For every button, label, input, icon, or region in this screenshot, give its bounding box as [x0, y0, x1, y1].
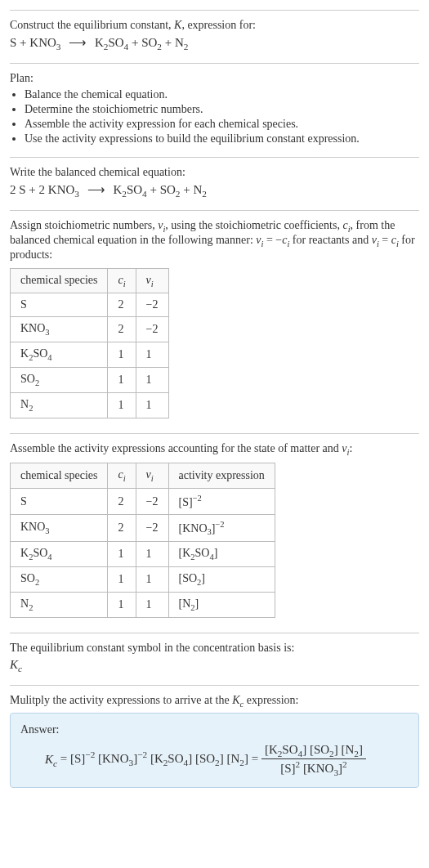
table-header-row: chemical species ci νi activity expressi…: [11, 463, 275, 489]
plan-item: Balance the chemical equation.: [25, 88, 419, 101]
cell-ci: 1: [108, 342, 136, 368]
table-row: SO211: [11, 367, 169, 392]
fraction-numerator: [K2SO4] [SO2] [N2]: [261, 743, 366, 759]
symbol-kc: Kc: [10, 658, 419, 673]
cell-vi: −2: [136, 489, 168, 515]
cell-species: KNO3: [11, 317, 108, 342]
unbalanced-equation: S + KNO3 ⟶ K2SO4 + SO2 + N2: [10, 35, 419, 51]
cell-activity: [K2SO4]: [168, 542, 275, 567]
table-row: SO211[SO2]: [11, 567, 275, 593]
cell-species: K2SO4: [11, 542, 108, 567]
kc-expression: Kc = [S]−2 [KNO3]−2 [K2SO4] [SO2] [N2] =…: [20, 743, 409, 777]
table-row: K2SO411[K2SO4]: [11, 542, 275, 567]
col-species: chemical species: [11, 463, 108, 489]
activity-text: Assemble the activity expressions accoun…: [10, 442, 419, 457]
answer-label: Answer:: [20, 723, 409, 736]
cell-vi: 1: [136, 542, 168, 567]
activity-section: Assemble the activity expressions accoun…: [10, 433, 419, 633]
table-row: N211: [11, 392, 169, 418]
cell-species: KNO3: [11, 514, 108, 541]
cell-vi: −2: [136, 514, 168, 541]
balanced-section: Write the balanced chemical equation: 2 …: [10, 157, 419, 210]
cell-species: S: [11, 293, 108, 317]
intro-line: Construct the equilibrium constant, K, e…: [10, 19, 419, 32]
col-vi: νi: [136, 268, 168, 293]
cell-ci: 2: [108, 317, 136, 342]
cell-activity: [N2]: [168, 592, 275, 617]
col-species: chemical species: [11, 268, 108, 293]
cell-ci: 1: [108, 367, 136, 392]
cell-ci: 2: [108, 489, 136, 515]
cell-species: SO2: [11, 367, 108, 392]
plan-section: Plan: Balance the chemical equation. Det…: [10, 63, 419, 157]
intro-section: Construct the equilibrium constant, K, e…: [10, 10, 419, 63]
cell-vi: 1: [136, 592, 168, 617]
balanced-heading: Write the balanced chemical equation:: [10, 166, 419, 179]
table-row: S2−2[S]−2: [11, 489, 275, 515]
final-section: Mulitply the activity expressions to arr…: [10, 685, 419, 797]
plan-list: Balance the chemical equation. Determine…: [10, 88, 419, 145]
balanced-equation: 2 S + 2 KNO3 ⟶ K2SO4 + SO2 + N2: [10, 182, 419, 199]
cell-ci: 1: [108, 392, 136, 418]
cell-species: K2SO4: [11, 342, 108, 368]
plan-item: Determine the stoichiometric numbers.: [25, 103, 419, 116]
col-ci: ci: [108, 463, 136, 489]
plan-item: Assemble the activity expression for eac…: [25, 118, 419, 131]
cell-species: S: [11, 489, 108, 515]
symbol-text: The equilibrium constant symbol in the c…: [10, 642, 419, 655]
table-header-row: chemical species ci νi: [11, 268, 169, 293]
stoich-table: chemical species ci νi S2−2 KNO32−2 K2SO…: [10, 268, 169, 418]
cell-activity: [SO2]: [168, 567, 275, 593]
table-row: KNO32−2: [11, 317, 169, 342]
cell-ci: 2: [108, 514, 136, 541]
cell-vi: 1: [136, 342, 168, 368]
col-ci: ci: [108, 268, 136, 293]
fraction-denominator: [S]2 [KNO3]2: [261, 759, 366, 777]
final-text: Mulitply the activity expressions to arr…: [10, 694, 419, 709]
activity-table: chemical species ci νi activity expressi…: [10, 463, 275, 617]
plan-heading: Plan:: [10, 72, 419, 85]
cell-vi: 1: [136, 367, 168, 392]
cell-species: N2: [11, 392, 108, 418]
cell-ci: 1: [108, 567, 136, 593]
stoich-text: Assign stoichiometric numbers, νi, using…: [10, 219, 419, 262]
col-activity: activity expression: [168, 463, 275, 489]
cell-vi: −2: [136, 317, 168, 342]
table-row: K2SO411: [11, 342, 169, 368]
col-vi: νi: [136, 463, 168, 489]
cell-ci: 2: [108, 293, 136, 317]
answer-box: Answer: Kc = [S]−2 [KNO3]−2 [K2SO4] [SO2…: [10, 713, 419, 788]
cell-ci: 1: [108, 542, 136, 567]
cell-species: SO2: [11, 567, 108, 593]
table-row: N211[N2]: [11, 592, 275, 617]
cell-ci: 1: [108, 592, 136, 617]
table-row: S2−2: [11, 293, 169, 317]
cell-activity: [S]−2: [168, 489, 275, 515]
cell-vi: 1: [136, 567, 168, 593]
stoich-section: Assign stoichiometric numbers, νi, using…: [10, 210, 419, 433]
cell-vi: 1: [136, 392, 168, 418]
cell-species: N2: [11, 592, 108, 617]
table-row: KNO32−2[KNO3]−2: [11, 514, 275, 541]
plan-item: Use the activity expressions to build th…: [25, 132, 419, 145]
cell-activity: [KNO3]−2: [168, 514, 275, 541]
symbol-section: The equilibrium constant symbol in the c…: [10, 633, 419, 685]
cell-vi: −2: [136, 293, 168, 317]
